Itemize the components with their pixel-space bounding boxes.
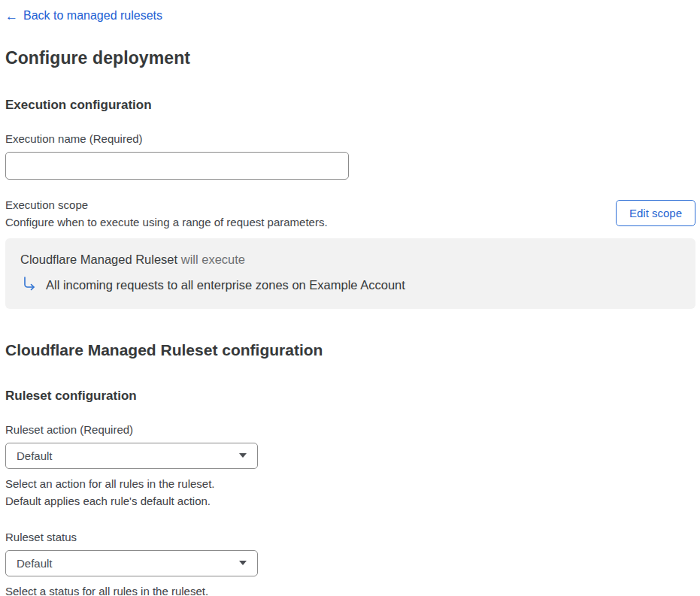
execution-scope-row: Execution scope Configure when to execut… — [5, 198, 695, 228]
ruleset-action-selected-value: Default — [17, 449, 53, 462]
back-arrow-icon: ← — [5, 10, 18, 23]
branch-arrow-icon — [23, 277, 37, 291]
scope-summary-title: Cloudflare Managed Ruleset will execute — [20, 253, 680, 267]
ruleset-status-select[interactable]: Default — [5, 550, 258, 576]
scope-summary-suffix: will execute — [177, 253, 245, 266]
execution-configuration-heading: Execution configuration — [5, 98, 695, 113]
page-title: Configure deployment — [5, 48, 695, 68]
execution-name-label: Execution name (Required) — [5, 132, 695, 145]
scope-summary-panel: Cloudflare Managed Ruleset will execute … — [5, 238, 695, 309]
ruleset-status-help: Select a status for all rules in the rul… — [5, 582, 695, 596]
scope-summary-text: All incoming requests to all enterprise … — [46, 278, 405, 292]
ruleset-configuration-subheading: Ruleset configuration — [5, 389, 695, 404]
chevron-down-icon — [239, 561, 247, 565]
back-to-managed-rulesets-link[interactable]: ← Back to managed rulesets — [5, 9, 162, 23]
scope-ruleset-name: Cloudflare Managed Ruleset — [20, 253, 177, 266]
configure-deployment-page: ← Back to managed rulesets Configure dep… — [0, 0, 700, 596]
execution-scope-text: Execution scope Configure when to execut… — [5, 198, 328, 228]
ruleset-status-selected-value: Default — [17, 557, 53, 570]
execution-scope-description: Configure when to execute using a range … — [5, 216, 328, 228]
ruleset-action-help-line: Default applies each rule's default acti… — [5, 492, 695, 510]
ruleset-status-help-line: Select a status for all rules in the rul… — [5, 582, 695, 596]
ruleset-action-help: Select an action for all rules in the ru… — [5, 475, 695, 510]
execution-name-input[interactable] — [5, 152, 349, 180]
ruleset-action-help-line: Select an action for all rules in the ru… — [5, 475, 695, 492]
ruleset-configuration-main-heading: Cloudflare Managed Ruleset configuration — [5, 341, 695, 359]
scope-summary-detail: All incoming requests to all enterprise … — [20, 278, 680, 292]
execution-scope-label: Execution scope — [5, 198, 328, 211]
edit-scope-button[interactable]: Edit scope — [616, 200, 695, 226]
ruleset-action-select[interactable]: Default — [5, 443, 258, 469]
ruleset-status-label: Ruleset status — [5, 531, 695, 543]
ruleset-action-label: Ruleset action (Required) — [5, 423, 695, 436]
back-link-label: Back to managed rulesets — [23, 9, 162, 23]
chevron-down-icon — [239, 453, 247, 458]
